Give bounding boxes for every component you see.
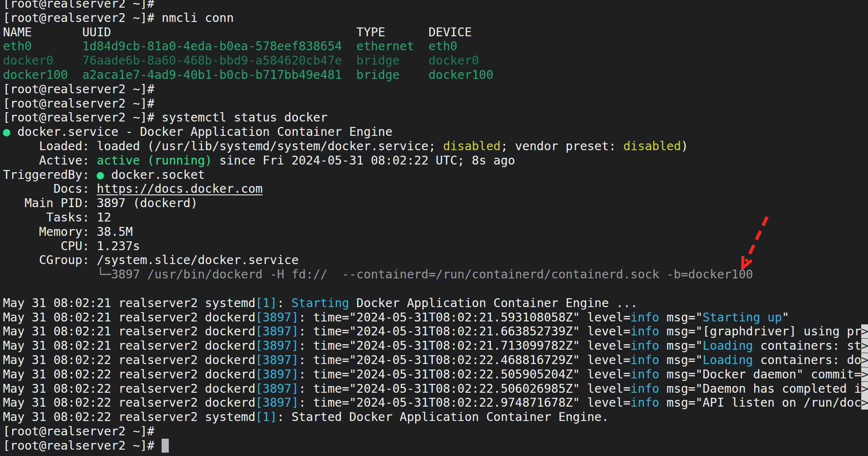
shell-prompt: [root@realserver2 ~]# <box>3 111 162 124</box>
text-segment: CPU: 1.237s <box>3 239 140 253</box>
shell-prompt: [root@realserver2 ~]# <box>3 82 154 96</box>
text-segment: : time="2024-05-31T08:02:22.468816729Z" … <box>299 353 630 367</box>
text-segment: docker.service - Docker Application Cont… <box>10 125 392 139</box>
text-segment: ) <box>681 139 688 153</box>
journal-line: May 31 08:02:21 realserver2 systemd[1]: … <box>3 296 868 310</box>
nmcli-row-eth0: eth0 1d84d9cb-81a0-4eda-b0ea-578eef83865… <box>3 39 868 54</box>
command-line-systemctl: [root@realserver2 ~]# systemctl status d… <box>3 111 868 125</box>
text-segment: : time="2024-05-31T08:02:22.505905204Z" … <box>299 367 630 381</box>
text-segment: [3897] <box>255 367 299 381</box>
text-segment: since Fri 2024-05-31 08:02:22 UTC; 8s ag… <box>212 154 515 167</box>
text-segment: └─3897 /usr/bin/dockerd -H fd:// --conta… <box>3 267 753 281</box>
text-segment: msg="[graphdriver] using pr <box>659 324 861 338</box>
text-segment: docker100 a2aca1e7-4ad9-40b1-b0cb-b717bb… <box>3 68 493 82</box>
text-segment: : time="2024-05-31T08:02:22.974871678Z" … <box>299 396 630 410</box>
text-segment: eth0 1d84d9cb-81a0-4eda-b0ea-578eef83865… <box>3 39 457 53</box>
journal-line: May 31 08:02:21 realserver2 dockerd[3897… <box>3 339 868 353</box>
text-segment: Loading <box>703 339 753 353</box>
docs-link[interactable]: https://docs.docker.com <box>97 182 262 196</box>
red-arrow-annotation <box>734 211 781 274</box>
text-segment: May 31 08:02:21 realserver2 dockerd <box>3 339 255 353</box>
text-segment: docker.socket <box>104 168 205 182</box>
text-segment: Memory: 38.5M <box>3 225 133 239</box>
text-segment: disabled <box>443 139 501 153</box>
text-segment: msg=" <box>659 310 703 324</box>
command-text: systemctl status docker <box>162 111 327 124</box>
command-line-nmcli: [root@realserver2 ~]# nmcli conn <box>3 11 868 25</box>
text-segment: [3897] <box>255 396 299 410</box>
text-segment: TriggeredBy: <box>3 168 97 182</box>
prompt-line: [root@realserver2 ~]# <box>3 0 868 11</box>
text-segment: [1] <box>255 410 277 424</box>
text-segment: : time="2024-05-31T08:02:21.593108058Z" … <box>299 310 630 324</box>
text-segment: Tasks: 12 <box>3 210 111 224</box>
text-segment: [3897] <box>255 353 299 367</box>
text-segment: : time="2024-05-31T08:02:22.506026985Z" … <box>299 382 630 396</box>
active-line: Active: active (running) since Fri 2024-… <box>3 154 868 168</box>
text-segment: [3897] <box>255 310 299 324</box>
triggeredby-line: TriggeredBy: ● docker.socket <box>3 168 868 182</box>
nmcli-header-row: NAME UUID TYPE DEVICE <box>3 25 868 40</box>
journal-line: May 31 08:02:22 realserver2 systemd[1]: … <box>3 410 868 424</box>
text-segment: Loaded: loaded (/usr/lib/systemd/system/… <box>3 139 443 153</box>
nmcli-row-docker100: docker100 a2aca1e7-4ad9-40b1-b0cb-b717bb… <box>3 68 868 82</box>
service-title-line: ● docker.service - Docker Application Co… <box>3 125 868 139</box>
prompt-line: [root@realserver2 ~]# <box>3 439 868 453</box>
text-segment: Main PID: 3897 (dockerd) <box>3 196 198 210</box>
text-segment: May 31 08:02:22 realserver2 dockerd <box>3 353 255 367</box>
text-segment: Docs: <box>3 182 97 196</box>
shell-prompt: [root@realserver2 ~]# <box>3 11 162 25</box>
blank-line <box>3 282 868 296</box>
shell-prompt: [root@realserver2 ~]# <box>3 0 154 11</box>
command-text: nmcli conn <box>162 11 234 25</box>
table-header: NAME UUID TYPE DEVICE <box>3 25 472 39</box>
mainpid-line: Main PID: 3897 (dockerd) <box>3 196 868 210</box>
journal-line: May 31 08:02:21 realserver2 dockerd[3897… <box>3 310 868 325</box>
shell-prompt: [root@realserver2 ~]# <box>3 424 154 438</box>
text-segment: containers: do <box>753 353 861 367</box>
line-truncation-indicator: > <box>861 353 868 367</box>
text-segment: info <box>630 310 659 324</box>
line-truncation-indicator: > <box>861 324 868 338</box>
text-segment: [3897] <box>255 324 299 338</box>
nmcli-row-docker0: docker0 76aade6b-8a60-468b-bbd9-a584620c… <box>3 54 868 68</box>
text-segment: info <box>630 367 659 381</box>
text-segment: msg=" <box>659 339 703 353</box>
text-segment: [3897] <box>255 382 299 396</box>
text-segment: May 31 08:02:21 realserver2 dockerd <box>3 310 255 324</box>
prompt-line: [root@realserver2 ~]# <box>3 97 868 111</box>
text-segment: msg=" <box>659 353 703 367</box>
text-segment: " <box>782 310 789 324</box>
terminal-cursor <box>162 439 169 453</box>
text-segment: msg="Docker daemon" commit= <box>659 367 861 381</box>
text-segment: active (running) <box>97 154 212 167</box>
text-segment: docker0 76aade6b-8a60-468b-bbd9-a584620c… <box>3 54 479 67</box>
text-segment: Active: <box>3 154 97 167</box>
docs-line: Docs: https://docs.docker.com <box>3 182 868 196</box>
line-truncation-indicator: > <box>861 339 868 353</box>
text-segment: : Started Docker Application Container E… <box>277 410 609 424</box>
text-segment: May 31 08:02:22 realserver2 dockerd <box>3 382 255 396</box>
text-segment <box>3 282 10 296</box>
line-truncation-indicator: > <box>861 367 868 381</box>
text-segment: May 31 08:02:22 realserver2 systemd <box>3 410 255 424</box>
terminal-window[interactable]: [root@realserver2 ~]#[root@realserver2 ~… <box>0 0 868 456</box>
text-segment: : time="2024-05-31T08:02:21.663852739Z" … <box>299 324 630 338</box>
text-segment: info <box>630 396 659 410</box>
text-segment: disabled <box>623 139 681 153</box>
shell-prompt: [root@realserver2 ~]# <box>3 97 154 111</box>
text-segment: [1] <box>255 296 277 310</box>
text-segment: Docker Application Container Engine ... <box>349 296 638 310</box>
terminal-screen: { "terminal": { "prompt": "[root@realser… <box>0 0 868 456</box>
text-segment: containers: st <box>753 339 861 353</box>
text-segment: : <box>277 296 292 310</box>
prompt-line: [root@realserver2 ~]# <box>3 82 868 97</box>
journal-line: May 31 08:02:22 realserver2 dockerd[3897… <box>3 367 868 382</box>
journal-line: May 31 08:02:22 realserver2 dockerd[3897… <box>3 353 868 367</box>
active-status-dot-icon: ● <box>97 168 104 182</box>
text-segment: msg="API listen on /run/doc <box>659 396 861 410</box>
text-segment: Starting up <box>703 310 782 324</box>
text-segment: msg="Daemon has completed i <box>659 382 861 396</box>
text-segment: May 31 08:02:21 realserver2 systemd <box>3 296 255 310</box>
text-segment: May 31 08:02:22 realserver2 dockerd <box>3 367 255 381</box>
